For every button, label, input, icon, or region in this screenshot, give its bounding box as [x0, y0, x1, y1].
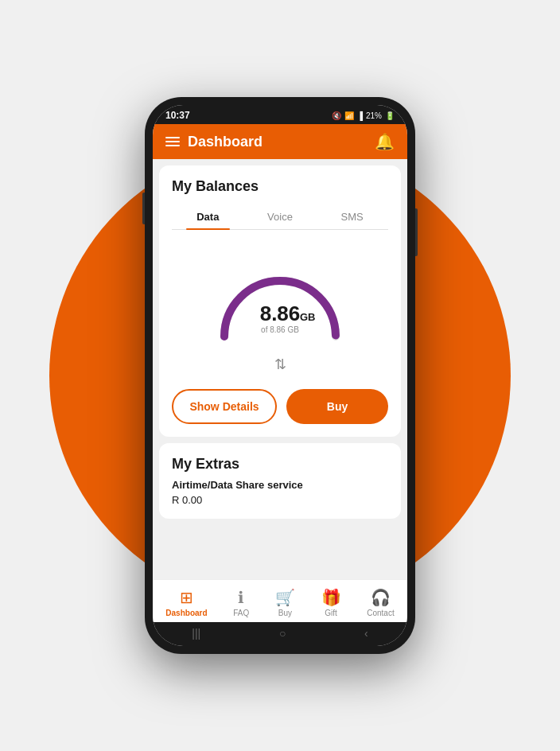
- main-content: My Balances Data Voice SMS: [153, 159, 407, 579]
- svg-text:8.86: 8.86: [260, 302, 301, 325]
- show-details-button[interactable]: Show Details: [172, 389, 277, 424]
- menu-button[interactable]: [165, 137, 180, 146]
- gauge-container: 8.86 GB of 8.86 GB ⇅: [172, 243, 388, 383]
- faq-nav-label: FAQ: [233, 609, 249, 617]
- header-left: Dashboard: [165, 134, 262, 150]
- nav-item-contact[interactable]: 🎧 Contact: [360, 586, 400, 619]
- phone-screen: 10:37 🔇 📶 ▐ 21% 🔋 Dashboard: [153, 105, 407, 646]
- battery-text: 21%: [366, 111, 382, 120]
- tab-sms[interactable]: SMS: [316, 204, 388, 229]
- dashboard-icon: ⊞: [180, 588, 193, 607]
- recent-apps-gesture[interactable]: |||: [192, 627, 200, 640]
- svg-text:GB: GB: [300, 311, 316, 323]
- transfer-icon: ⇅: [274, 356, 286, 373]
- buy-icon: 🛒: [275, 588, 295, 607]
- extras-card-title: My Extras: [172, 456, 388, 473]
- nav-item-faq[interactable]: ℹ FAQ: [227, 586, 255, 619]
- tab-voice[interactable]: Voice: [244, 204, 317, 229]
- notification-bell-icon[interactable]: 🔔: [375, 132, 395, 151]
- header-title: Dashboard: [188, 134, 262, 150]
- nav-item-gift[interactable]: 🎁 Gift: [315, 586, 348, 619]
- balances-card-title: My Balances: [172, 178, 388, 195]
- app-header: Dashboard 🔔: [153, 124, 407, 159]
- contact-nav-label: Contact: [367, 609, 394, 617]
- extras-item-title: Airtime/Data Share service: [172, 479, 388, 491]
- balance-tabs: Data Voice SMS: [172, 204, 388, 230]
- faq-icon: ℹ: [238, 588, 244, 607]
- gift-nav-label: Gift: [325, 609, 337, 617]
- contact-icon: 🎧: [371, 588, 391, 607]
- bottom-nav: ⊞ Dashboard ℹ FAQ 🛒 Buy 🎁 Gift 🎧 Co: [153, 579, 407, 622]
- wifi-icon: 📶: [344, 111, 354, 120]
- phone-outer: 10:37 🔇 📶 ▐ 21% 🔋 Dashboard: [145, 97, 415, 654]
- status-bar: 10:37 🔇 📶 ▐ 21% 🔋: [153, 105, 407, 124]
- nav-item-dashboard[interactable]: ⊞ Dashboard: [159, 586, 213, 619]
- nav-item-buy[interactable]: 🛒 Buy: [269, 586, 301, 619]
- svg-text:of 8.86 GB: of 8.86 GB: [261, 325, 299, 334]
- tab-data[interactable]: Data: [172, 204, 244, 229]
- balances-card: My Balances Data Voice SMS: [159, 165, 401, 437]
- home-gesture[interactable]: ○: [279, 627, 286, 640]
- status-time: 10:37: [165, 110, 190, 121]
- action-buttons: Show Details Buy: [172, 389, 388, 424]
- gift-icon: 🎁: [321, 588, 341, 607]
- phone-bottom-bar: ||| ○ ‹: [153, 622, 407, 646]
- extras-item-value: R 0.00: [172, 494, 388, 506]
- status-icons: 🔇 📶 ▐ 21% 🔋: [332, 111, 395, 120]
- buy-button[interactable]: Buy: [286, 389, 388, 424]
- battery-icon: 🔋: [385, 111, 395, 120]
- gauge-svg: 8.86 GB of 8.86 GB: [208, 249, 352, 352]
- back-gesture[interactable]: ‹: [364, 627, 368, 640]
- phone-wrapper: 10:37 🔇 📶 ▐ 21% 🔋 Dashboard: [145, 97, 415, 654]
- buy-nav-label: Buy: [278, 609, 292, 617]
- dashboard-nav-label: Dashboard: [165, 609, 207, 617]
- extras-card: My Extras Airtime/Data Share service R 0…: [159, 443, 401, 519]
- mute-icon: 🔇: [332, 111, 341, 120]
- signal-icon: ▐: [357, 111, 363, 120]
